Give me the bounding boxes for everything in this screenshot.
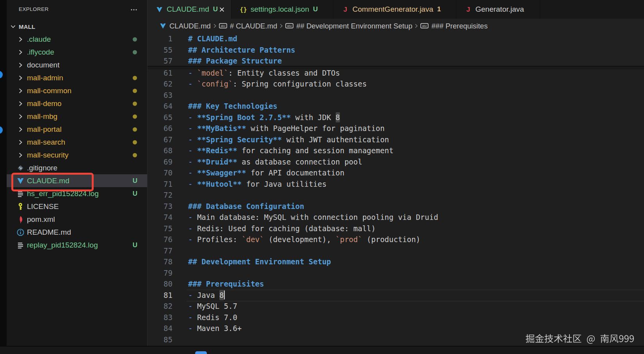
code-line-63[interactable]: 63 bbox=[148, 90, 644, 101]
breadcrumb-label: CLAUDE.md bbox=[169, 22, 211, 30]
tree-item-label: LICENSE bbox=[27, 202, 59, 211]
tree-item-label: pom.xml bbox=[27, 215, 55, 224]
code-line-82[interactable]: 82- MySQL 5.7 bbox=[148, 301, 644, 312]
tab-settings.local.json[interactable]: {}settings.local.jsonU bbox=[231, 0, 333, 19]
tree-item-.gitignore[interactable]: .gitignore bbox=[7, 161, 147, 174]
svg-text:{}: {} bbox=[240, 6, 247, 13]
tree-item-label: mall-search bbox=[27, 138, 65, 147]
tree-item-.claude[interactable]: .claude bbox=[7, 33, 147, 46]
code-line-78[interactable]: 78## Development Environment Setup bbox=[148, 256, 644, 267]
tree-item-mall-security[interactable]: mall-security bbox=[7, 149, 147, 161]
code-line-80[interactable]: 80### Prerequisites bbox=[148, 278, 644, 290]
line-number: 84 bbox=[148, 323, 173, 334]
vscode-window: EXPLORER MALL .claude.iflycodedocumentma… bbox=[0, 0, 644, 354]
word-highlight: 8 bbox=[219, 291, 224, 299]
tree-item-document[interactable]: document bbox=[7, 58, 147, 71]
sticky-line-55[interactable]: 55## Architecture Patterns bbox=[148, 44, 644, 56]
line-number: 85 bbox=[148, 334, 173, 345]
markdown-icon bbox=[16, 177, 25, 185]
tree-item-mall-common[interactable]: mall-common bbox=[7, 84, 147, 97]
markdown-icon bbox=[156, 6, 163, 13]
file-tree: .claude.iflycodedocumentmall-adminmall-c… bbox=[7, 33, 147, 251]
code-line-72[interactable]: 72 bbox=[148, 189, 644, 201]
tab-commentgenerator.java[interactable]: JCommentGenerator.java1 bbox=[333, 0, 456, 19]
line-number: 71 bbox=[148, 179, 173, 190]
line-number: 73 bbox=[148, 201, 173, 212]
sticky-scroll: 1# CLAUDE.md55## Architecture Patterns57… bbox=[148, 33, 644, 67]
key-icon bbox=[16, 202, 25, 211]
tree-item-mall-portal[interactable]: mall-portal bbox=[7, 123, 147, 136]
symbol-string-icon: abc bbox=[219, 23, 227, 29]
tree-item-label: mall-security bbox=[27, 151, 69, 159]
code-line-66[interactable]: 66- **MyBatis** with PageHelper for pagi… bbox=[148, 123, 644, 134]
markdown-icon bbox=[159, 23, 167, 29]
code-line-77[interactable]: 77 bbox=[148, 245, 644, 257]
line-number: 81 bbox=[148, 290, 173, 301]
line-number: 57 bbox=[148, 55, 173, 67]
editor-group: CLAUDE.mdU{}settings.local.jsonUJComment… bbox=[148, 0, 644, 354]
git-status-badge: U bbox=[133, 177, 137, 185]
line-number: 70 bbox=[148, 167, 173, 179]
blue-notification-dot bbox=[0, 71, 3, 78]
breadcrumb: CLAUDE.mdabc# CLAUDE.mdabc## Development… bbox=[148, 19, 644, 33]
close-icon[interactable] bbox=[218, 5, 226, 14]
code-line-65[interactable]: 65- **Spring Boot 2.7.5** with JDK 8 bbox=[148, 112, 644, 123]
chevron-right-icon bbox=[17, 113, 24, 120]
code-line-75[interactable]: 75- Redis: Used for caching (database: m… bbox=[148, 223, 644, 234]
line-number: 64 bbox=[148, 101, 173, 112]
tree-item-license[interactable]: LICENSE bbox=[7, 200, 147, 213]
code-line-83[interactable]: 83- Redis 7.0 bbox=[148, 312, 644, 323]
code-line-79[interactable]: 79 bbox=[148, 267, 644, 279]
tree-item-mall-admin[interactable]: mall-admin bbox=[7, 71, 147, 84]
tab-generator.java[interactable]: JGenerator.java bbox=[456, 0, 540, 19]
line-number: 63 bbox=[148, 90, 173, 101]
tree-item-label: mall-common bbox=[27, 87, 71, 95]
breadcrumb-separator-icon bbox=[413, 23, 419, 29]
tree-item-replay-pid152824.log[interactable]: replay_pid152824.logU bbox=[7, 239, 147, 251]
sticky-line-1[interactable]: 1# CLAUDE.md bbox=[148, 33, 644, 44]
json-icon: {} bbox=[240, 6, 247, 13]
chevron-down-icon bbox=[10, 23, 16, 30]
line-number: 82 bbox=[148, 301, 173, 312]
tab-label: settings.local.json bbox=[251, 5, 309, 14]
code-line-68[interactable]: 68- **Redis** for caching and session ma… bbox=[148, 145, 644, 156]
tree-item-mall-search[interactable]: mall-search bbox=[7, 136, 147, 149]
tab-badge: U bbox=[313, 5, 318, 13]
tree-item-mall-mbg[interactable]: mall-mbg bbox=[7, 110, 147, 123]
code-line-71[interactable]: 71- **Hutool** for Java utilities bbox=[148, 179, 644, 190]
tree-item-hs-err-pid152824.log[interactable]: hs_err_pid152824.logU bbox=[7, 187, 147, 200]
breadcrumb-item[interactable]: CLAUDE.md bbox=[159, 22, 211, 30]
code-line-73[interactable]: 73### Database Configuration bbox=[148, 201, 644, 212]
tree-item-pom.xml[interactable]: pom.xml bbox=[7, 213, 147, 226]
tree-item-mall-demo[interactable]: mall-demo bbox=[7, 97, 147, 110]
breadcrumb-item[interactable]: abc## Development Environment Setup bbox=[285, 22, 412, 30]
line-number: 55 bbox=[148, 44, 173, 56]
explorer-sidebar: EXPLORER MALL .claude.iflycodedocumentma… bbox=[7, 0, 148, 354]
more-actions-icon[interactable] bbox=[128, 4, 139, 15]
code-line-76[interactable]: 76- Profiles: `dev` (development), `prod… bbox=[148, 234, 644, 245]
text-cursor bbox=[224, 290, 225, 299]
code-line-67[interactable]: 67- **Spring Security** with JWT authent… bbox=[148, 134, 644, 145]
code-line-84[interactable]: 84- Maven 3.6+ bbox=[148, 323, 644, 334]
breadcrumb-separator-icon bbox=[212, 23, 218, 29]
tab-claude.md[interactable]: CLAUDE.mdU bbox=[148, 0, 231, 19]
code-line-62[interactable]: 62- `config`: Spring configuration class… bbox=[148, 78, 644, 90]
breadcrumb-item[interactable]: abc# CLAUDE.md bbox=[219, 22, 277, 30]
code-line-70[interactable]: 70- **Swagger** for API documentation bbox=[148, 167, 644, 179]
code-editor[interactable]: 61- `model`: Entity classes and DTOs62- … bbox=[148, 67, 644, 345]
tree-item-.iflycode[interactable]: .iflycode bbox=[7, 46, 147, 58]
git-status-dot bbox=[133, 88, 137, 93]
code-line-74[interactable]: 74- Main database: MySQL with connection… bbox=[148, 212, 644, 223]
code-line-64[interactable]: 64### Key Technologies bbox=[148, 101, 644, 112]
git-status-dot bbox=[133, 140, 137, 144]
code-line-61[interactable]: 61- `model`: Entity classes and DTOs bbox=[148, 67, 644, 79]
line-number: 62 bbox=[148, 78, 173, 90]
tree-item-claude.md[interactable]: CLAUDE.mdU bbox=[7, 174, 147, 187]
code-line-81[interactable]: 81- Java 8 bbox=[148, 290, 644, 301]
code-line-69[interactable]: 69- **Druid** as database connection poo… bbox=[148, 156, 644, 168]
git-status-dot bbox=[133, 37, 137, 41]
breadcrumb-item[interactable]: abc### Prerequisites bbox=[420, 22, 487, 30]
sidebar-section-mall[interactable]: MALL bbox=[7, 20, 147, 33]
tree-item-readme.md[interactable]: README.md bbox=[7, 226, 147, 239]
sticky-line-57[interactable]: 57### Package Structure bbox=[148, 55, 644, 67]
